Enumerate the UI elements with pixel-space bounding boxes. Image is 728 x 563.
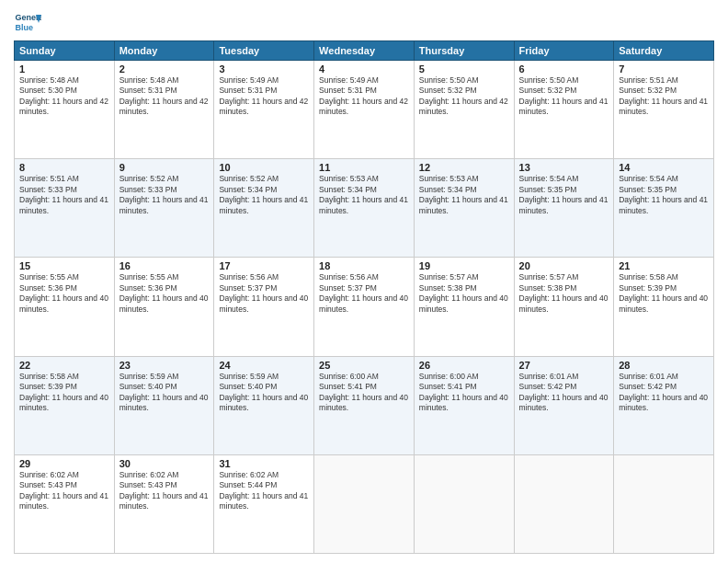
day-number: 28	[619, 360, 709, 371]
calendar-cell: 27 Sunrise: 6:01 AM Sunset: 5:42 PM Dayl…	[514, 356, 614, 454]
calendar-cell: 3 Sunrise: 5:49 AM Sunset: 5:31 PM Dayli…	[214, 61, 314, 159]
day-info: Sunrise: 5:56 AM Sunset: 5:37 PM Dayligh…	[219, 272, 309, 315]
calendar-header-sunday: Sunday	[15, 41, 115, 61]
calendar-cell: 12 Sunrise: 5:53 AM Sunset: 5:34 PM Dayl…	[414, 159, 514, 258]
day-info: Sunrise: 6:00 AM Sunset: 5:41 PM Dayligh…	[319, 372, 409, 414]
calendar-cell: 31 Sunrise: 6:02 AM Sunset: 5:44 PM Dayl…	[214, 454, 314, 553]
day-info: Sunrise: 6:02 AM Sunset: 5:43 PM Dayligh…	[119, 470, 210, 512]
day-info: Sunrise: 6:02 AM Sunset: 5:43 PM Dayligh…	[19, 470, 109, 512]
calendar-header-tuesday: Tuesday	[214, 41, 314, 61]
day-info: Sunrise: 5:54 AM Sunset: 5:35 PM Dayligh…	[619, 174, 709, 216]
day-info: Sunrise: 5:56 AM Sunset: 5:37 PM Dayligh…	[319, 272, 409, 315]
calendar-cell	[614, 454, 714, 553]
calendar-header-monday: Monday	[114, 41, 214, 61]
calendar-cell: 24 Sunrise: 5:59 AM Sunset: 5:40 PM Dayl…	[214, 356, 314, 454]
svg-text:Blue: Blue	[16, 23, 34, 32]
calendar-cell: 26 Sunrise: 6:00 AM Sunset: 5:41 PM Dayl…	[414, 356, 514, 454]
calendar-cell: 6 Sunrise: 5:50 AM Sunset: 5:32 PM Dayli…	[514, 61, 614, 159]
calendar-cell: 14 Sunrise: 5:54 AM Sunset: 5:35 PM Dayl…	[614, 159, 714, 258]
day-info: Sunrise: 5:54 AM Sunset: 5:35 PM Dayligh…	[519, 174, 609, 216]
day-number: 15	[19, 260, 109, 271]
day-info: Sunrise: 5:50 AM Sunset: 5:32 PM Dayligh…	[419, 75, 509, 118]
day-info: Sunrise: 5:49 AM Sunset: 5:31 PM Dayligh…	[219, 75, 309, 118]
calendar-week-1: 1 Sunrise: 5:48 AM Sunset: 5:30 PM Dayli…	[15, 61, 714, 159]
day-number: 10	[219, 162, 309, 173]
calendar-cell	[514, 454, 614, 553]
calendar-cell: 22 Sunrise: 5:58 AM Sunset: 5:39 PM Dayl…	[15, 356, 115, 454]
calendar-cell: 23 Sunrise: 5:59 AM Sunset: 5:40 PM Dayl…	[114, 356, 214, 454]
day-number: 18	[319, 260, 409, 271]
calendar-cell: 10 Sunrise: 5:52 AM Sunset: 5:34 PM Dayl…	[214, 159, 314, 258]
day-info: Sunrise: 5:58 AM Sunset: 5:39 PM Dayligh…	[19, 372, 109, 414]
calendar-header-saturday: Saturday	[614, 41, 714, 61]
calendar-cell: 21 Sunrise: 5:58 AM Sunset: 5:39 PM Dayl…	[614, 258, 714, 356]
day-number: 29	[19, 458, 109, 469]
day-number: 8	[19, 162, 109, 173]
day-info: Sunrise: 5:48 AM Sunset: 5:30 PM Dayligh…	[19, 75, 109, 118]
calendar-cell: 29 Sunrise: 6:02 AM Sunset: 5:43 PM Dayl…	[15, 454, 115, 553]
calendar-cell: 2 Sunrise: 5:48 AM Sunset: 5:31 PM Dayli…	[114, 61, 214, 159]
calendar-cell: 30 Sunrise: 6:02 AM Sunset: 5:43 PM Dayl…	[114, 454, 214, 553]
day-info: Sunrise: 5:51 AM Sunset: 5:32 PM Dayligh…	[619, 75, 709, 118]
calendar-week-2: 8 Sunrise: 5:51 AM Sunset: 5:33 PM Dayli…	[15, 159, 714, 258]
calendar-cell: 7 Sunrise: 5:51 AM Sunset: 5:32 PM Dayli…	[614, 61, 714, 159]
calendar-cell: 13 Sunrise: 5:54 AM Sunset: 5:35 PM Dayl…	[514, 159, 614, 258]
calendar-cell: 9 Sunrise: 5:52 AM Sunset: 5:33 PM Dayli…	[114, 159, 214, 258]
calendar-cell: 28 Sunrise: 6:01 AM Sunset: 5:42 PM Dayl…	[614, 356, 714, 454]
page: General Blue SundayMondayTuesdayWednesda…	[0, 0, 728, 563]
calendar-header-thursday: Thursday	[414, 41, 514, 61]
calendar-cell: 5 Sunrise: 5:50 AM Sunset: 5:32 PM Dayli…	[414, 61, 514, 159]
day-info: Sunrise: 5:57 AM Sunset: 5:38 PM Dayligh…	[519, 272, 609, 315]
day-info: Sunrise: 5:51 AM Sunset: 5:33 PM Dayligh…	[19, 174, 109, 216]
calendar-cell	[314, 454, 415, 553]
day-number: 5	[419, 63, 509, 75]
calendar-cell: 18 Sunrise: 5:56 AM Sunset: 5:37 PM Dayl…	[314, 258, 415, 356]
day-info: Sunrise: 5:53 AM Sunset: 5:34 PM Dayligh…	[319, 174, 409, 216]
day-number: 9	[119, 162, 210, 173]
calendar-cell: 15 Sunrise: 5:55 AM Sunset: 5:36 PM Dayl…	[15, 258, 115, 356]
calendar-cell: 11 Sunrise: 5:53 AM Sunset: 5:34 PM Dayl…	[314, 159, 415, 258]
day-number: 19	[419, 260, 509, 271]
day-info: Sunrise: 5:48 AM Sunset: 5:31 PM Dayligh…	[119, 75, 210, 118]
day-number: 14	[619, 162, 709, 173]
calendar-week-5: 29 Sunrise: 6:02 AM Sunset: 5:43 PM Dayl…	[15, 454, 714, 553]
day-number: 23	[119, 360, 210, 371]
calendar-cell: 17 Sunrise: 5:56 AM Sunset: 5:37 PM Dayl…	[214, 258, 314, 356]
day-number: 11	[319, 162, 409, 173]
day-number: 20	[519, 260, 609, 271]
day-number: 4	[319, 63, 409, 75]
day-info: Sunrise: 5:52 AM Sunset: 5:34 PM Dayligh…	[219, 174, 309, 216]
logo: General Blue	[14, 9, 41, 37]
calendar-cell: 8 Sunrise: 5:51 AM Sunset: 5:33 PM Dayli…	[15, 159, 115, 258]
day-number: 26	[419, 360, 509, 371]
day-info: Sunrise: 6:01 AM Sunset: 5:42 PM Dayligh…	[519, 372, 609, 414]
day-number: 27	[519, 360, 609, 371]
calendar-cell: 16 Sunrise: 5:55 AM Sunset: 5:36 PM Dayl…	[114, 258, 214, 356]
day-info: Sunrise: 5:55 AM Sunset: 5:36 PM Dayligh…	[19, 272, 109, 315]
day-number: 6	[519, 63, 609, 75]
day-number: 12	[419, 162, 509, 173]
calendar-cell: 25 Sunrise: 6:00 AM Sunset: 5:41 PM Dayl…	[314, 356, 415, 454]
day-info: Sunrise: 5:59 AM Sunset: 5:40 PM Dayligh…	[219, 372, 309, 414]
calendar-cell: 4 Sunrise: 5:49 AM Sunset: 5:31 PM Dayli…	[314, 61, 415, 159]
day-number: 16	[119, 260, 210, 271]
calendar-header-wednesday: Wednesday	[314, 41, 415, 61]
calendar-week-4: 22 Sunrise: 5:58 AM Sunset: 5:39 PM Dayl…	[15, 356, 714, 454]
day-info: Sunrise: 5:55 AM Sunset: 5:36 PM Dayligh…	[119, 272, 210, 315]
calendar-week-3: 15 Sunrise: 5:55 AM Sunset: 5:36 PM Dayl…	[15, 258, 714, 356]
day-number: 17	[219, 260, 309, 271]
header: General Blue	[14, 9, 714, 37]
day-info: Sunrise: 5:52 AM Sunset: 5:33 PM Dayligh…	[119, 174, 210, 216]
day-number: 25	[319, 360, 409, 371]
day-number: 31	[219, 458, 309, 469]
day-number: 13	[519, 162, 609, 173]
day-info: Sunrise: 6:01 AM Sunset: 5:42 PM Dayligh…	[619, 372, 709, 414]
day-number: 30	[119, 458, 210, 469]
day-info: Sunrise: 6:00 AM Sunset: 5:41 PM Dayligh…	[419, 372, 509, 414]
day-number: 22	[19, 360, 109, 371]
day-info: Sunrise: 5:53 AM Sunset: 5:34 PM Dayligh…	[419, 174, 509, 216]
day-info: Sunrise: 5:59 AM Sunset: 5:40 PM Dayligh…	[119, 372, 210, 414]
logo-icon: General Blue	[14, 9, 41, 37]
calendar-table: SundayMondayTuesdayWednesdayThursdayFrid…	[14, 40, 714, 554]
day-number: 3	[219, 63, 309, 75]
